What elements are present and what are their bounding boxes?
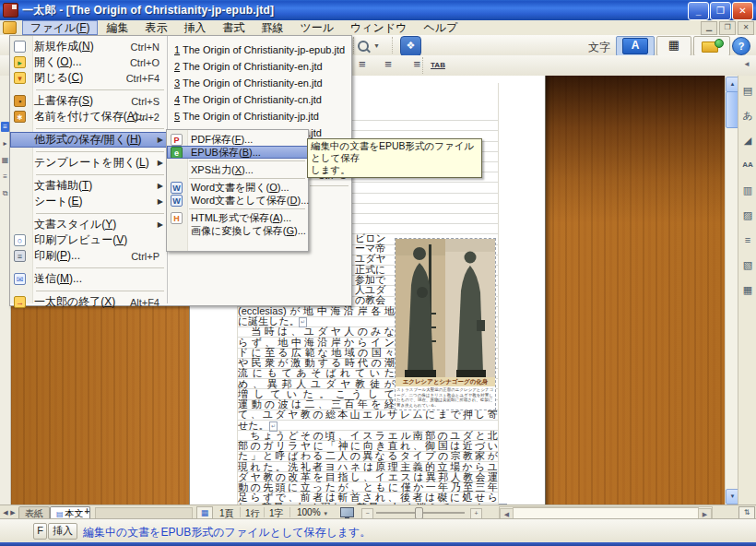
zoom-tool-button[interactable]: ▼ xyxy=(358,38,385,53)
save-submenu-item-5[interactable]: WWord文書を開く(O)... xyxy=(167,181,308,194)
menu-item-label: 画像に変換して保存(G)... xyxy=(191,224,306,238)
menu-item-shortcut: Ctrl+P xyxy=(131,251,159,262)
help-button[interactable]: ? xyxy=(732,37,750,55)
save-submenu-item-8[interactable]: HHTML形式で保存(A)... xyxy=(167,211,308,224)
recent-file-1[interactable]: 1 The Origin of Christianity-jp-epub.jtd xyxy=(174,42,349,58)
f-key-button[interactable]: F xyxy=(33,523,47,540)
recent-file-3[interactable]: 3 The Origin of Christianity-en.jtd xyxy=(174,75,349,91)
chevron-down-icon[interactable]: ▼ xyxy=(373,42,380,49)
collapse-arrow-icon[interactable]: ◄ xyxy=(743,60,750,68)
menubar-item-3[interactable]: 挿入 xyxy=(175,20,214,35)
save-submenu-item-0[interactable]: PPDF保存(F)... xyxy=(167,133,308,146)
page-number-icon[interactable]: ▧ xyxy=(740,257,755,272)
doc-text-line-12: ドに至る広範な地域の国々 xyxy=(238,348,395,358)
menu-item-label: 印刷プレビュー(V) xyxy=(34,232,127,248)
file-menu-item-20[interactable]: →一太郎の終了(X)Alt+F4 xyxy=(10,294,167,310)
epub-icon: e xyxy=(171,147,183,159)
recent-file-5[interactable]: 5 The Origin of Christianity-jp.jtd xyxy=(174,108,349,125)
dropcap-icon[interactable]: ◢ xyxy=(740,133,755,148)
save-submenu-item-9[interactable]: 画像に変換して保存(G)... xyxy=(167,224,308,237)
file-menu-separator xyxy=(10,86,167,93)
play-icon[interactable]: ▸ xyxy=(1,138,9,148)
menu-item-label: 一太郎の終了(X) xyxy=(34,294,115,310)
align-left-button[interactable]: ≡ xyxy=(356,57,379,74)
send-icon: ✉ xyxy=(14,273,26,285)
tab-prev-icon[interactable]: ◀ xyxy=(2,507,9,517)
tab-next-icon[interactable]: ▶ xyxy=(9,507,17,517)
file-menu-item-1[interactable]: ▸開く(O)...Ctrl+O xyxy=(10,54,167,70)
save-submenu-item-1[interactable]: eEPUB保存(B)... xyxy=(167,146,308,159)
mdi-restore-icon[interactable]: ❐ xyxy=(719,21,736,35)
zoom-level[interactable]: 100% ▼ xyxy=(297,507,336,517)
font-size-icon[interactable]: AA xyxy=(740,158,755,172)
menubar-item-8[interactable]: ヘルプ xyxy=(415,20,466,35)
file-menu-item-14[interactable]: 文書スタイル(Y)▶ xyxy=(10,217,167,232)
file-menu-item-4[interactable]: ▪上書保存(S)Ctrl+S xyxy=(10,93,167,109)
add-sheet-button[interactable]: + xyxy=(81,506,93,518)
menu-item-label: Word文書として保存(D)... xyxy=(191,194,309,208)
align-right-button[interactable]: ≡ xyxy=(400,57,423,74)
table-icon[interactable]: ▦ xyxy=(740,282,755,297)
save-submenu-item-3[interactable]: XPS出力(X)... xyxy=(167,163,308,176)
recent-file-4[interactable]: 4 The Origin of Christianity-cn.jtd xyxy=(174,91,349,108)
minimize-button[interactable]: _ xyxy=(688,2,709,20)
file-menu-item-11[interactable]: 文書補助(T)▶ xyxy=(10,178,167,194)
menubar-item-6[interactable]: ツール xyxy=(291,20,342,35)
insert-mode-button[interactable]: 挿入 xyxy=(48,523,77,540)
recent-file-2[interactable]: 2 The Origin of Christianity-en.jtd xyxy=(174,58,349,75)
addon-puzzle-button[interactable]: ❖ xyxy=(400,36,421,56)
menu-item-label: 文書スタイル(Y) xyxy=(34,217,116,232)
file-menu-item-18[interactable]: ✉送信(M)... xyxy=(10,271,167,287)
statue-image[interactable]: エクレシアとシナゴーグの化身 ストラスブール大聖堂の正面のエクレシアとシナゴーグ… xyxy=(395,238,496,410)
menubar-item-1[interactable]: 編集 xyxy=(98,20,136,35)
file-menu-item-2[interactable]: ▾閉じる(C)Ctrl+F4 xyxy=(10,70,167,86)
monitor-icon[interactable] xyxy=(340,507,354,517)
file-menu-item-15[interactable]: ○印刷プレビュー(V) xyxy=(10,232,167,248)
mdi-close-icon[interactable]: ✕ xyxy=(738,21,754,35)
menubar-item-0[interactable]: ファイル(F) xyxy=(22,20,98,35)
doc-text-line-9: に誕生した。 xyxy=(238,316,395,326)
menubar-item-4[interactable]: 書式 xyxy=(214,20,253,35)
kana-icon[interactable]: あ xyxy=(740,108,755,123)
doc-text-line-23: 現れた。洗礼者ヨハネは原理主義的立場からユ xyxy=(238,462,498,472)
tab-ruler-button[interactable]: TAB xyxy=(426,57,450,74)
layers-icon[interactable]: ▨ xyxy=(740,208,755,222)
align-center-button[interactable]: ≡ xyxy=(378,57,398,74)
menubar-item-2[interactable]: 表示 xyxy=(136,20,175,35)
scroll-doc-icon[interactable]: ▤ xyxy=(740,83,755,98)
blank-icon-slot xyxy=(14,196,26,208)
mdi-minimize-icon[interactable]: ▁ xyxy=(701,21,717,35)
file-menu-item-9[interactable]: テンプレートを開く(L)▶ xyxy=(10,155,167,171)
close-button[interactable]: ✕ xyxy=(732,2,753,20)
open-folder-icon: ▸ xyxy=(14,56,26,68)
file-menu-item-12[interactable]: シート(E)▶ xyxy=(10,194,167,209)
blank-icon-slot xyxy=(14,180,26,192)
sheet-flip-icon[interactable]: ⧉ xyxy=(1,188,9,198)
vertical-scrollbar[interactable]: ▲ ▼ xyxy=(725,76,738,504)
menubar-item-5[interactable]: 罫線 xyxy=(253,20,291,35)
zoom-dropdown-icon[interactable]: ▼ xyxy=(323,511,328,516)
app-icon[interactable] xyxy=(3,3,18,18)
blocks-icon[interactable]: ▦ xyxy=(1,155,9,165)
menu-item-label: 文書補助(T) xyxy=(34,178,92,194)
save-submenu-item-6[interactable]: WWord文書として保存(D)... xyxy=(167,194,308,207)
media-folder-button[interactable] xyxy=(693,36,730,56)
restore-button[interactable]: ❐ xyxy=(710,2,731,20)
file-menu-item-5[interactable]: ∗名前を付けて保存(A)...Ctrl+2 xyxy=(10,109,167,125)
green-ball-icon xyxy=(715,39,724,48)
window-bottom-border xyxy=(0,542,756,546)
outline-icon[interactable]: ≡ xyxy=(740,232,755,247)
file-menu-items: 新規作成(N)Ctrl+N▸開く(O)...Ctrl+O▾閉じる(C)Ctrl+… xyxy=(10,36,167,306)
tooltip-line2: します。 xyxy=(311,164,478,176)
file-menu-item-0[interactable]: 新規作成(N)Ctrl+N xyxy=(10,39,167,54)
cell-grid-button[interactable]: ▦ xyxy=(656,36,691,56)
file-menu-item-16[interactable]: ≡印刷(P)...Ctrl+P xyxy=(10,248,167,264)
sheet-tab-表紙[interactable]: 表紙 xyxy=(18,506,50,519)
file-menu-item-7[interactable]: 他形式の保存/開く(H)▶ xyxy=(10,132,167,148)
text-mode-button[interactable]: A xyxy=(616,36,655,56)
list-icon[interactable]: ≡ xyxy=(1,172,9,182)
document-icon[interactable] xyxy=(3,21,17,34)
note-icon[interactable]: ▥ xyxy=(740,183,755,197)
menubar-item-7[interactable]: ウィンドウ xyxy=(342,20,415,35)
layout-mode-icon[interactable]: ≡ xyxy=(1,122,9,132)
